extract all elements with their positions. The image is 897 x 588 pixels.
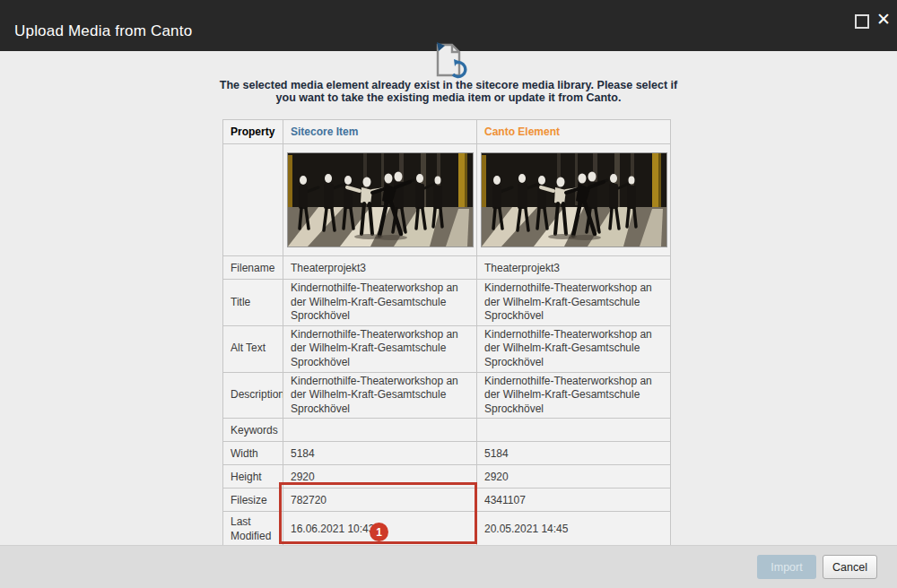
dialog-footer: Import Cancel bbox=[0, 545, 897, 588]
table-row-filename: Filename Theaterprojekt3 Theaterprojekt3 bbox=[223, 256, 671, 280]
canto-height: 2920 bbox=[477, 465, 671, 489]
canto-last-modified: 20.05.2021 14:45 bbox=[477, 512, 671, 548]
row-label: Filename bbox=[223, 256, 283, 280]
canto-thumbnail bbox=[481, 152, 667, 247]
row-label: Height bbox=[223, 465, 283, 489]
row-label: Description bbox=[223, 372, 283, 419]
table-row-height: Height 2920 2920 bbox=[223, 465, 671, 489]
table-row-filesize: Filesize 782720 4341107 bbox=[223, 489, 671, 512]
canto-filename: Theaterprojekt3 bbox=[477, 256, 671, 280]
row-label: Last Modified bbox=[223, 512, 283, 548]
table-row-description: Description Kindernothilfe-Theaterworksh… bbox=[223, 372, 671, 419]
sitecore-alt-text: Kindernothilfe-Theaterworkshop an der Wi… bbox=[283, 325, 477, 372]
sitecore-thumbnail bbox=[287, 152, 474, 247]
cancel-button[interactable]: Cancel bbox=[823, 555, 877, 579]
sitecore-preview-cell bbox=[283, 144, 477, 256]
sitecore-width: 5184 bbox=[283, 442, 477, 465]
canto-title: Kindernothilfe-Theaterworkshop an der Wi… bbox=[477, 280, 671, 326]
table-header-row: Property Sitecore Item Canto Element bbox=[223, 120, 671, 144]
table-row-title: Title Kindernothilfe-Theaterworkshop an … bbox=[223, 280, 671, 326]
table-row-preview bbox=[223, 144, 671, 256]
close-button[interactable]: ✕ bbox=[875, 12, 892, 28]
row-label: Alt Text bbox=[223, 325, 283, 372]
canto-alt-text: Kindernothilfe-Theaterworkshop an der Wi… bbox=[477, 325, 671, 372]
import-button[interactable]: Import bbox=[757, 555, 816, 579]
row-label: Title bbox=[223, 280, 283, 326]
dialog-title: Upload Media from Canto bbox=[14, 22, 192, 40]
canto-width: 5184 bbox=[477, 442, 671, 465]
canto-filesize: 4341107 bbox=[477, 489, 671, 512]
sitecore-keywords bbox=[283, 419, 477, 442]
maximize-button[interactable] bbox=[853, 12, 869, 28]
table-row-width: Width 5184 5184 bbox=[223, 442, 671, 465]
row-label: Filesize bbox=[223, 489, 283, 512]
annotation-step-badge: 1 bbox=[370, 523, 388, 541]
row-label: Keywords bbox=[223, 419, 283, 442]
sitecore-description: Kindernothilfe-Theaterworkshop an der Wi… bbox=[283, 372, 477, 419]
row-label: Width bbox=[223, 442, 283, 465]
table-row-alt-text: Alt Text Kindernothilfe-Theaterworkshop … bbox=[223, 325, 671, 372]
canto-keywords bbox=[477, 419, 671, 442]
close-icon: ✕ bbox=[876, 10, 891, 29]
preview-property-cell bbox=[223, 144, 283, 256]
document-sync-icon bbox=[430, 40, 469, 85]
sitecore-filename: Theaterprojekt3 bbox=[283, 256, 477, 280]
compare-table: Property Sitecore Item Canto Element Fil… bbox=[222, 119, 671, 584]
table-row-last-modified: Last Modified 16.06.2021 10:43 20.05.202… bbox=[223, 512, 671, 548]
sitecore-height: 2920 bbox=[283, 465, 477, 489]
column-header-canto-element: Canto Element bbox=[477, 120, 671, 144]
canto-preview-cell bbox=[477, 144, 671, 256]
maximize-icon bbox=[855, 14, 869, 29]
column-header-property: Property bbox=[223, 120, 283, 144]
column-header-sitecore-item: Sitecore Item bbox=[283, 120, 477, 144]
sitecore-filesize: 782720 bbox=[283, 489, 477, 512]
table-row-keywords: Keywords bbox=[223, 419, 671, 442]
canto-description: Kindernothilfe-Theaterworkshop an der Wi… bbox=[477, 372, 671, 419]
sitecore-title: Kindernothilfe-Theaterworkshop an der Wi… bbox=[283, 280, 477, 326]
